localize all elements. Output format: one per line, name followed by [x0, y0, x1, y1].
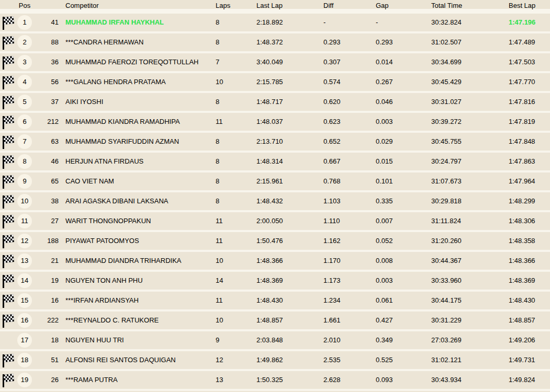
header-total-time[interactable]: Total Time [431, 0, 462, 11]
laps-value: 11 [216, 113, 223, 131]
competitor-number: 65 [36, 172, 59, 190]
next-row-clipped [0, 389, 550, 392]
table-row[interactable]: 18 51 ALFONSI REI SANTOS DAQUIGAN 12 1:4… [0, 349, 550, 369]
gap-value: 0.061 [376, 292, 393, 309]
table-row[interactable]: 1 41 MUHAMMAD IRFAN HAYKHAL 8 2:18.892 -… [0, 11, 550, 31]
last-lap-value: 1:48.369 [256, 272, 283, 290]
table-row[interactable]: 10 38 ARAI AGASKA DIBANI LAKSANA 8 1:48.… [0, 190, 550, 210]
total-time-value: 30:43.934 [431, 371, 462, 389]
header-laps[interactable]: Laps [216, 0, 230, 11]
laps-value: 8 [216, 93, 219, 111]
position-badge: 8 [17, 154, 32, 169]
gap-value: 0.046 [376, 93, 393, 111]
checkered-flag-icon [2, 15, 15, 31]
header-best-lap[interactable]: Best Lap [509, 0, 535, 11]
table-row[interactable]: 16 222 ***REYNALDO C. RATUKORE 10 1:48.8… [0, 309, 550, 329]
checkered-flag-icon [2, 194, 15, 210]
header-competitor[interactable]: Competitor [65, 0, 99, 11]
laps-value: 7 [216, 53, 219, 71]
total-time-value: 30:44.175 [431, 292, 462, 309]
best-lap-value: 1:49.206 [509, 331, 535, 349]
position-number: 19 [21, 376, 28, 384]
best-lap-value: 1:49.731 [509, 351, 535, 369]
competitor-name: MUHAMMAD SYARIFUDDIN AZMAN [65, 133, 179, 151]
laps-value: 12 [216, 351, 223, 369]
competitor-number: 18 [36, 331, 59, 349]
position-number: 9 [23, 177, 26, 185]
position-badge: 11 [17, 214, 32, 228]
last-lap-value: 2:00.050 [256, 212, 283, 230]
checkered-flag-icon [2, 174, 15, 190]
diff-value: 1.173 [323, 272, 341, 290]
table-row[interactable]: 6 212 MUHAMMAD KIANDRA RAMADHIPA 11 1:48… [0, 111, 550, 131]
table-row[interactable]: 11 27 WARIT THONGNOPPAKUN 11 2:00.050 1.… [0, 210, 550, 230]
diff-value: 1.170 [323, 252, 341, 270]
position-number: 8 [23, 157, 26, 165]
competitor-number: 37 [36, 93, 59, 111]
best-lap-value: 1:47.819 [509, 113, 535, 131]
gap-value: 0.427 [376, 312, 393, 329]
competitor-number: 212 [36, 113, 59, 131]
competitor-name: AIKI IYOSHI [65, 93, 103, 111]
competitor-number: 19 [36, 272, 59, 290]
gap-value: 0.015 [376, 153, 393, 170]
competitor-number: 36 [36, 53, 59, 71]
diff-value: 2.535 [323, 351, 341, 369]
position-number: 18 [21, 356, 28, 364]
diff-value: 0.623 [323, 113, 341, 131]
gap-value: 0.014 [376, 53, 393, 71]
header-gap[interactable]: Gap [376, 0, 389, 11]
position-badge: 10 [17, 194, 32, 209]
last-lap-value: 2:18.892 [256, 14, 283, 31]
table-row[interactable]: 2 88 ***CANDRA HERMAWAN 8 1:48.372 0.293… [0, 31, 550, 51]
diff-value: 0.574 [323, 73, 341, 91]
total-time-value: 31:02.507 [431, 33, 462, 51]
table-row[interactable]: 15 16 ***IRFAN ARDIANSYAH 11 1:48.430 1.… [0, 290, 550, 309]
header-last-lap[interactable]: Last Lap [256, 0, 283, 11]
total-time-value: 30:44.367 [431, 252, 462, 270]
table-row[interactable]: 9 65 CAO VIET NAM 8 2:15.961 0.768 0.101… [0, 170, 550, 190]
diff-value: 0.768 [323, 172, 341, 190]
header-diff[interactable]: Diff [323, 0, 333, 11]
table-row[interactable]: 4 56 ***GALANG HENDRA PRATAMA 10 2:15.78… [0, 71, 550, 91]
competitor-number: 56 [36, 73, 59, 91]
diff-value: 0.667 [323, 153, 341, 170]
table-row[interactable]: 19 26 ***RAMA PUTRA 13 1:50.325 2.628 0.… [0, 369, 550, 389]
total-time-value: 30:33.960 [431, 272, 462, 290]
checkered-flag-icon [2, 253, 15, 269]
competitor-name: NGUYEN TON ANH PHU [65, 272, 143, 290]
table-row[interactable]: 3 36 MUHAMMAD FAEROZI TOREQOTTULLAH 7 3:… [0, 51, 550, 71]
last-lap-value: 2:03.848 [256, 331, 283, 349]
gap-value: 0.293 [376, 33, 393, 51]
gap-value: 0.335 [376, 192, 393, 210]
table-row[interactable]: 13 21 MUHAMMAD DIANDRA TRIHARDIKA 10 1:4… [0, 250, 550, 270]
last-lap-value: 1:48.857 [256, 312, 283, 329]
position-number: 11 [21, 217, 28, 225]
laps-value: 8 [216, 14, 219, 31]
table-row[interactable]: 14 19 NGUYEN TON ANH PHU 14 1:48.369 1.1… [0, 270, 550, 290]
last-lap-value: 2:13.710 [256, 133, 283, 151]
competitor-name: CAO VIET NAM [65, 172, 114, 190]
gap-value: 0.052 [376, 232, 393, 250]
competitor-name: HERJUN ATNA FIRDAUS [65, 153, 143, 170]
checkered-flag-icon [2, 293, 15, 309]
checkered-flag-icon [2, 313, 15, 329]
header-pos[interactable]: Pos [16, 0, 33, 11]
best-lap-value: 1:48.857 [509, 312, 535, 329]
last-lap-value: 1:48.717 [256, 93, 283, 111]
total-time-value: 27:03.269 [431, 331, 462, 349]
best-lap-value: 1:49.824 [509, 371, 535, 389]
position-number: 16 [21, 316, 28, 324]
position-badge: 12 [17, 234, 32, 248]
table-row[interactable]: 7 63 MUHAMMAD SYARIFUDDIN AZMAN 8 2:13.7… [0, 131, 550, 151]
table-row[interactable]: 8 46 HERJUN ATNA FIRDAUS 8 1:48.314 0.66… [0, 151, 550, 170]
laps-value: 10 [216, 252, 223, 270]
table-row[interactable]: 5 37 AIKI IYOSHI 8 1:48.717 0.620 0.046 … [0, 91, 550, 111]
diff-value: 0.620 [323, 93, 341, 111]
table-row[interactable]: 17 18 NGUYEN HUU TRI 9 2:03.848 2.010 0.… [0, 329, 550, 349]
table-row[interactable]: 12 188 PIYAWAT PATOOMYOS 11 1:50.476 1.1… [0, 230, 550, 250]
competitor-number: 222 [36, 312, 59, 329]
checkered-flag-icon [2, 55, 15, 71]
gap-value: 0.525 [376, 351, 393, 369]
best-lap-value: 1:47.489 [509, 33, 535, 51]
